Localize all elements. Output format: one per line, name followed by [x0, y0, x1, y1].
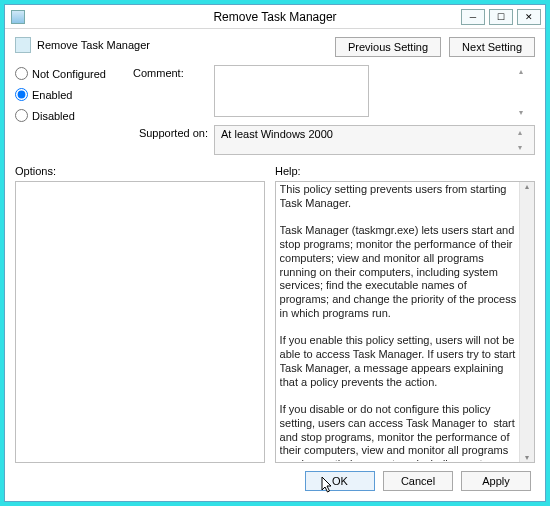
supported-on-value-box: At least Windows 2000 ▴▾	[214, 125, 535, 155]
radio-not-configured[interactable]: Not Configured	[15, 67, 125, 80]
content-area: Remove Task Manager Previous Setting Nex…	[5, 29, 545, 501]
options-pane	[15, 181, 265, 463]
radio-enabled[interactable]: Enabled	[15, 88, 125, 101]
supported-on-label: Supported on:	[133, 125, 208, 155]
radio-not-configured-label: Not Configured	[32, 68, 106, 80]
apply-button[interactable]: Apply	[461, 471, 531, 491]
dialog-footer: OK Cancel Apply	[15, 463, 535, 497]
titlebar[interactable]: Remove Task Manager ─ ☐ ✕	[5, 5, 545, 29]
previous-setting-button[interactable]: Previous Setting	[335, 37, 441, 57]
radio-disabled-input[interactable]	[15, 109, 28, 122]
help-text: This policy setting prevents users from …	[280, 183, 518, 461]
app-icon	[11, 10, 25, 24]
policy-icon	[15, 37, 31, 53]
dialog-window: Remove Task Manager ─ ☐ ✕ Remove Task Ma…	[4, 4, 546, 502]
ok-button[interactable]: OK	[305, 471, 375, 491]
policy-name: Remove Task Manager	[37, 39, 150, 51]
radio-enabled-input[interactable]	[15, 88, 28, 101]
radio-disabled[interactable]: Disabled	[15, 109, 125, 122]
header-row: Remove Task Manager Previous Setting Nex…	[15, 37, 535, 57]
configuration-row: Not Configured Enabled Disabled Comment:…	[15, 65, 535, 155]
supported-scroll-icon: ▴▾	[518, 128, 532, 152]
help-pane: This policy setting prevents users from …	[275, 181, 535, 463]
state-radio-group: Not Configured Enabled Disabled	[15, 65, 125, 155]
scroll-up-icon[interactable]: ▴	[525, 182, 529, 191]
radio-not-configured-input[interactable]	[15, 67, 28, 80]
close-button[interactable]: ✕	[517, 9, 541, 25]
radio-disabled-label: Disabled	[32, 110, 75, 122]
supported-on-value: At least Windows 2000	[221, 128, 333, 140]
scroll-down-icon[interactable]: ▾	[525, 453, 529, 462]
next-setting-button[interactable]: Next Setting	[449, 37, 535, 57]
comment-scroll-icon: ▴▾	[519, 67, 533, 117]
maximize-button[interactable]: ☐	[489, 9, 513, 25]
radio-enabled-label: Enabled	[32, 89, 72, 101]
lower-panels: Options: Help: This policy setting preve…	[15, 165, 535, 463]
options-label: Options:	[15, 165, 275, 177]
comment-input[interactable]	[214, 65, 369, 117]
comment-label: Comment:	[133, 65, 208, 119]
window-controls: ─ ☐ ✕	[461, 9, 545, 25]
help-scrollbar[interactable]: ▴ ▾	[519, 182, 534, 462]
minimize-button[interactable]: ─	[461, 9, 485, 25]
cancel-button[interactable]: Cancel	[383, 471, 453, 491]
help-label: Help:	[275, 165, 301, 177]
